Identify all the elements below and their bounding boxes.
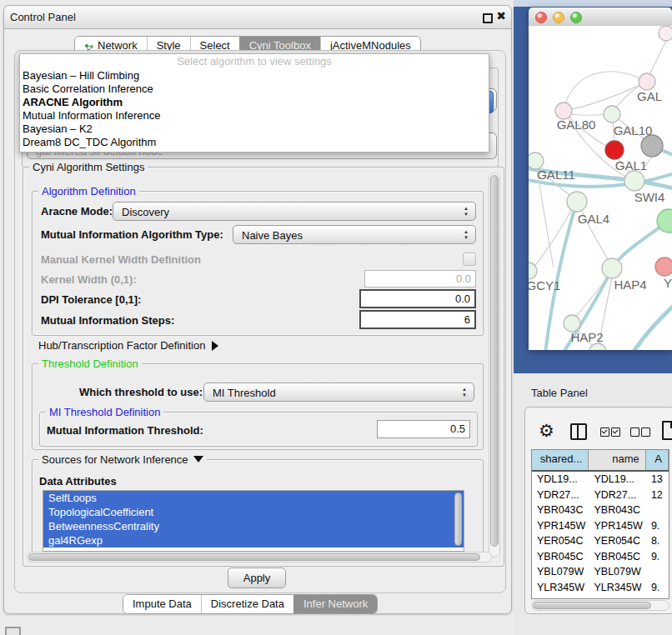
settings-vertical-scrollbar[interactable]: [489, 172, 500, 558]
tab-impute-data[interactable]: Impute Data: [123, 595, 201, 613]
zoom-button[interactable]: [570, 12, 582, 23]
sources-group: Sources for Network Inference Data Attri…: [32, 459, 484, 554]
collapsed-panel-chip[interactable]: [5, 627, 21, 635]
manual-kernel-checkbox[interactable]: [463, 252, 476, 266]
document-icon[interactable]: [662, 421, 672, 440]
float-window-icon[interactable]: [483, 13, 493, 23]
node-unlabeled[interactable]: [605, 141, 624, 159]
table-cell: YBR043C: [532, 502, 589, 518]
table-cell: YDR27...: [589, 488, 645, 503]
node-unlabeled[interactable]: [589, 343, 606, 350]
dpi-tolerance-label: DPI Tolerance [0,1]:: [41, 293, 141, 306]
minimize-button[interactable]: [553, 12, 564, 23]
settings-horizontal-scrollbar[interactable]: [27, 552, 492, 562]
attribute-item-betweennesscentrality[interactable]: BetweennessCentrality: [43, 519, 464, 533]
hub-definition-label: Hub/Transcription Factor Definition: [38, 339, 205, 352]
gear-icon[interactable]: ⚙: [539, 421, 554, 441]
tab-discretize-data[interactable]: Discretize Data: [201, 595, 293, 613]
columns-icon[interactable]: [570, 423, 587, 440]
which-threshold-combobox[interactable]: MI Threshold ▲▼: [203, 382, 474, 402]
checked-columns-icon[interactable]: [600, 428, 620, 437]
table-row[interactable]: YDL19...YDL19...13: [532, 472, 669, 488]
mi-steps-field[interactable]: 6: [359, 310, 476, 329]
scrollbar-thumb[interactable]: [454, 492, 462, 546]
attribute-item-gal4rgexp[interactable]: gal4RGexp: [43, 533, 464, 548]
scrollbar-thumb[interactable]: [28, 553, 480, 561]
node-gal1[interactable]: [624, 171, 644, 191]
table-row[interactable]: YPR145WYPR145W9.: [532, 518, 669, 534]
table-panel-title: Table Panel: [531, 387, 588, 399]
kernel-width-field[interactable]: 0.0: [364, 270, 476, 288]
gray-edge[interactable]: [649, 41, 666, 75]
tab-infer-network[interactable]: Infer Network: [293, 595, 377, 613]
table-row[interactable]: YER054CYER054C8.: [532, 533, 669, 549]
table-horizontal-scrollbar[interactable]: [531, 600, 669, 611]
data-attributes-list[interactable]: SelfLoopsTopologicalCoefficientBetweenne…: [43, 490, 464, 552]
dropdown-item-dream8-dc-tdc-algorithm[interactable]: Dream8 DC_TDC Algorithm: [20, 136, 489, 149]
node-gal11[interactable]: [529, 152, 544, 169]
table-row[interactable]: YIL052CYIL052C9.: [532, 595, 669, 599]
cyni-algorithm-settings-group: Cyni Algorithm Settings Algorithm Defini…: [23, 167, 504, 567]
node-unlabeled[interactable]: [641, 135, 663, 157]
node-y[interactable]: [655, 258, 672, 276]
teal-edge[interactable]: [632, 302, 672, 350]
node-label-gal: GAL: [637, 89, 662, 103]
attribute-item-selfloops[interactable]: SelfLoops: [43, 491, 464, 505]
close-button[interactable]: [535, 12, 547, 23]
dropdown-item-bayesian-k2[interactable]: Bayesian – K2: [20, 122, 489, 136]
node-label-y: Y: [664, 276, 672, 290]
scrollbar-thumb[interactable]: [533, 602, 651, 609]
table-row[interactable]: YDR27...YDR27...12: [532, 488, 669, 503]
sources-title-text: Sources for Network Inference: [42, 453, 188, 466]
apply-button[interactable]: Apply: [228, 568, 286, 588]
dropdown-placeholder: Select algorithm to view settings: [20, 54, 489, 69]
close-icon[interactable]: ✖: [496, 9, 506, 22]
dropdown-item-basic-correlation-inference[interactable]: Basic Correlation Inference: [20, 82, 489, 96]
collapse-down-icon[interactable]: [193, 456, 203, 462]
table-row[interactable]: YLR345WYLR345W9.: [532, 580, 669, 596]
gray-edge[interactable]: [575, 276, 609, 318]
node-gal80[interactable]: [555, 102, 572, 119]
dropdown-item-mutual-information-inference[interactable]: Mutual Information Inference: [20, 109, 489, 122]
table-header-row: shared...nameA: [532, 450, 669, 472]
node-label-gal80: GAL80: [557, 118, 596, 132]
table-cell: YBR045C: [532, 549, 589, 565]
mi-threshold-field[interactable]: 0.5: [377, 420, 470, 438]
dropdown-item-aracne-algorithm[interactable]: ARACNE Algorithm: [20, 96, 489, 109]
table-cell: YLR345W: [532, 580, 589, 596]
table-cell: 9.: [646, 518, 669, 534]
dpi-tolerance-field[interactable]: 0.0: [359, 289, 476, 308]
node-table[interactable]: shared...nameA YDL19...YDL19...13YDR27..…: [531, 449, 669, 599]
network-graph[interactable]: GALGAL80GAL10GAL11GAL1SWI4GAL4GCY1HAP4YH…: [529, 26, 672, 350]
node-gal[interactable]: [639, 73, 655, 90]
network-canvas[interactable]: GALGAL80GAL10GAL11GAL1SWI4GAL4GCY1HAP4YH…: [529, 26, 672, 350]
gray-edge[interactable]: [572, 82, 647, 109]
table-cell: YBR043C: [589, 502, 645, 518]
table-cell: 12: [646, 488, 669, 503]
attribute-item-topologicalcoefficient[interactable]: TopologicalCoefficient: [43, 505, 464, 519]
table-cell: YPR145W: [589, 518, 645, 534]
list-vertical-scrollbar[interactable]: [454, 492, 463, 548]
node-hap2[interactable]: [564, 315, 580, 332]
node-unlabeled[interactable]: [659, 26, 672, 41]
scrollbar-thumb[interactable]: [490, 175, 499, 547]
table-row[interactable]: YBL079WYBL079W: [532, 564, 669, 580]
column-header-name[interactable]: name: [589, 450, 645, 470]
node-label-gcy1: GCY1: [529, 278, 560, 292]
node-gal4[interactable]: [567, 192, 587, 212]
column-header-shared[interactable]: shared...: [532, 450, 589, 470]
mi-type-combobox[interactable]: Naive Bayes ▲▼: [233, 225, 476, 244]
dropdown-item-bayesian-hill-climbing[interactable]: Bayesian – Hill Climbing: [20, 69, 489, 82]
table-row[interactable]: YBR043CYBR043C: [532, 502, 669, 518]
tab-label: Impute Data: [133, 595, 192, 613]
node-hap4[interactable]: [602, 258, 622, 278]
node-gal10[interactable]: [604, 106, 620, 122]
control-panel-titlebar: Control Panel ✖: [4, 6, 511, 29]
hub-definition-expander[interactable]: Hub/Transcription Factor Definition: [38, 339, 218, 352]
algorithm-definition-title: Algorithm Definition: [38, 185, 139, 198]
table-row[interactable]: YBR045CYBR045C9.: [532, 549, 669, 565]
gray-edge[interactable]: [570, 114, 605, 115]
unchecked-columns-icon[interactable]: [630, 428, 650, 437]
column-header-a[interactable]: A: [646, 450, 669, 470]
aracne-mode-combobox[interactable]: Discovery ▲▼: [113, 202, 476, 221]
